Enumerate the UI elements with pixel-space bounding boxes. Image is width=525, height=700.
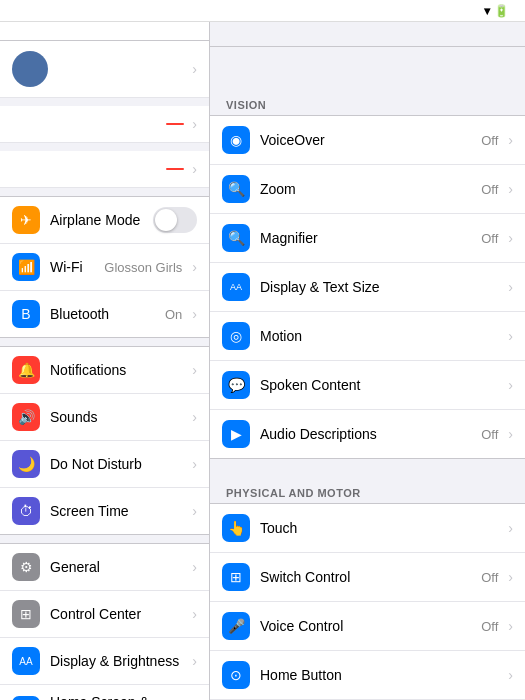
sidebar-item-sounds[interactable]: 🔊Sounds› — [0, 394, 209, 441]
chevron-right-icon: › — [508, 569, 513, 585]
right-item-audio-descriptions[interactable]: ▶Audio DescriptionsOff› — [210, 410, 525, 458]
status-bar: ▾ 🔋 — [0, 0, 525, 22]
right-panel-title — [210, 22, 525, 47]
chevron-right-icon: › — [508, 132, 513, 148]
spoken-content-icon: 💬 — [222, 371, 250, 399]
sidebar-items: ✈Airplane Mode📶Wi-FiGlosson Girls›BBluet… — [0, 196, 209, 700]
sidebar-item-display-brightness[interactable]: AADisplay & Brightness› — [0, 638, 209, 685]
sidebar-item-general[interactable]: ⚙General› — [0, 544, 209, 591]
right-item-zoom[interactable]: 🔍ZoomOff› — [210, 165, 525, 214]
sounds-label: Sounds — [50, 409, 182, 425]
wifi-label: Wi-Fi — [50, 259, 94, 275]
bluetooth-value: On — [165, 307, 182, 322]
airplane-mode-toggle[interactable] — [153, 207, 197, 233]
right-item-spoken-content[interactable]: 💬Spoken Content› — [210, 361, 525, 410]
voice-control-value: Off — [481, 619, 498, 634]
chevron-right-icon: › — [508, 520, 513, 536]
sidebar-title — [0, 22, 209, 41]
home-screen-label: Home Screen & Dock — [50, 694, 182, 700]
motion-label: Motion — [260, 328, 498, 344]
do-not-disturb-icon: 🌙 — [12, 450, 40, 478]
voice-control-label: Voice Control — [260, 618, 471, 634]
zoom-value: Off — [481, 182, 498, 197]
sidebar-item-bluetooth[interactable]: BBluetoothOn› — [0, 291, 209, 337]
right-section-physical-motor: 👆Touch›⊞Switch ControlOff›🎤Voice Control… — [210, 503, 525, 700]
chevron-right-icon: › — [192, 559, 197, 575]
chevron-right-icon: › — [508, 230, 513, 246]
sounds-icon: 🔊 — [12, 403, 40, 431]
chevron-right-icon: › — [508, 328, 513, 344]
switch-control-icon: ⊞ — [222, 563, 250, 591]
chevron-right-icon: › — [192, 456, 197, 472]
display-brightness-label: Display & Brightness — [50, 653, 182, 669]
sidebar-item-apple-id-suggestions[interactable]: › — [0, 106, 209, 143]
general-icon: ⚙ — [12, 553, 40, 581]
sidebar-item-ipad-update[interactable]: › — [0, 151, 209, 188]
display-brightness-icon: AA — [12, 647, 40, 675]
chevron-right-icon: › — [192, 362, 197, 378]
suggestion-badge — [166, 123, 184, 125]
right-item-switch-control[interactable]: ⊞Switch ControlOff› — [210, 553, 525, 602]
sidebar-item-do-not-disturb[interactable]: 🌙Do Not Disturb› — [0, 441, 209, 488]
zoom-label: Zoom — [260, 181, 471, 197]
switch-control-value: Off — [481, 570, 498, 585]
chevron-right-icon: › — [508, 377, 513, 393]
display-text-size-icon: AA — [222, 273, 250, 301]
audio-descriptions-value: Off — [481, 427, 498, 442]
update-badge — [166, 168, 184, 170]
chevron-right-icon: › — [192, 606, 197, 622]
section-header-physical-motor: PHYSICAL AND MOTOR — [210, 481, 525, 503]
motion-icon: ◎ — [222, 322, 250, 350]
audio-descriptions-icon: ▶ — [222, 420, 250, 448]
right-item-touch[interactable]: 👆Touch› — [210, 504, 525, 553]
accessibility-description — [210, 47, 525, 71]
chevron-right-icon: › — [192, 306, 197, 322]
spoken-content-label: Spoken Content — [260, 377, 498, 393]
sidebar-item-airplane-mode[interactable]: ✈Airplane Mode — [0, 197, 209, 244]
airplane-mode-label: Airplane Mode — [50, 212, 143, 228]
sidebar: › › › ✈Airplane Mode📶Wi-FiGlosson Girls›… — [0, 22, 210, 700]
notifications-label: Notifications — [50, 362, 182, 378]
audio-descriptions-label: Audio Descriptions — [260, 426, 471, 442]
general-label: General — [50, 559, 182, 575]
airplane-mode-icon: ✈ — [12, 206, 40, 234]
main-layout: › › › ✈Airplane Mode📶Wi-FiGlosson Girls›… — [0, 22, 525, 700]
right-item-display-text-size[interactable]: AADisplay & Text Size› — [210, 263, 525, 312]
sidebar-section: 🔔Notifications›🔊Sounds›🌙Do Not Disturb›⏱… — [0, 346, 209, 535]
sidebar-item-control-center[interactable]: ⊞Control Center› — [0, 591, 209, 638]
do-not-disturb-label: Do Not Disturb — [50, 456, 182, 472]
voiceover-icon: ◉ — [222, 126, 250, 154]
right-panel: VISION◉VoiceOverOff›🔍ZoomOff›🔍MagnifierO… — [210, 22, 525, 700]
chevron-right-icon: › — [192, 653, 197, 669]
status-icons: ▾ 🔋 — [484, 4, 513, 18]
right-section-vision: ◉VoiceOverOff›🔍ZoomOff›🔍MagnifierOff›AAD… — [210, 115, 525, 459]
chevron-right-icon: › — [508, 426, 513, 442]
sidebar-item-notifications[interactable]: 🔔Notifications› — [0, 347, 209, 394]
control-center-icon: ⊞ — [12, 600, 40, 628]
sidebar-user[interactable]: › — [0, 41, 209, 98]
home-screen-icon: ⊟ — [12, 696, 40, 700]
sidebar-item-wifi[interactable]: 📶Wi-FiGlosson Girls› — [0, 244, 209, 291]
right-item-voiceover[interactable]: ◉VoiceOverOff› — [210, 116, 525, 165]
chevron-right-icon: › — [508, 618, 513, 634]
sidebar-item-screen-time[interactable]: ⏱Screen Time› — [0, 488, 209, 534]
notifications-icon: 🔔 — [12, 356, 40, 384]
avatar — [12, 51, 48, 87]
zoom-icon: 🔍 — [222, 175, 250, 203]
sidebar-section: ✈Airplane Mode📶Wi-FiGlosson Girls›BBluet… — [0, 196, 209, 338]
chevron-right-icon: › — [192, 503, 197, 519]
right-item-magnifier[interactable]: 🔍MagnifierOff› — [210, 214, 525, 263]
chevron-right-icon: › — [192, 161, 197, 177]
right-item-voice-control[interactable]: 🎤Voice ControlOff› — [210, 602, 525, 651]
touch-icon: 👆 — [222, 514, 250, 542]
chevron-right-icon: › — [508, 181, 513, 197]
sidebar-item-home-screen[interactable]: ⊟Home Screen & Dock› — [0, 685, 209, 700]
wifi-icon: ▾ — [484, 4, 490, 18]
chevron-right-icon: › — [508, 279, 513, 295]
home-button-label: Home Button — [260, 667, 498, 683]
bluetooth-icon: B — [12, 300, 40, 328]
touch-label: Touch — [260, 520, 498, 536]
right-item-motion[interactable]: ◎Motion› — [210, 312, 525, 361]
right-item-home-button[interactable]: ⊙Home Button› — [210, 651, 525, 700]
bluetooth-label: Bluetooth — [50, 306, 155, 322]
